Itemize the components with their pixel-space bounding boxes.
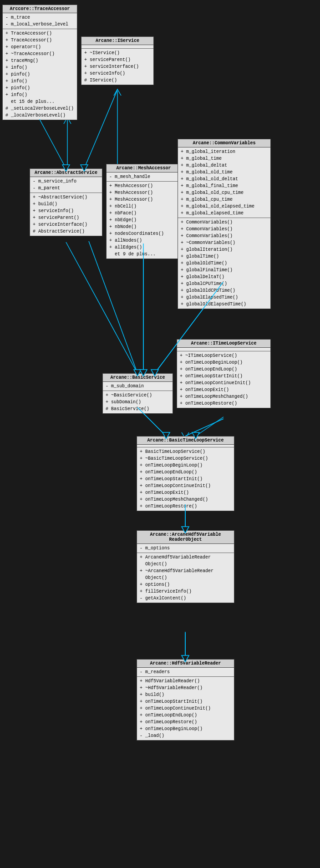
svg-line-5 <box>185 419 223 436</box>
arcane-hdf5-box: Arcane::ArcaneHdf5VariableReaderObject -… <box>137 530 234 603</box>
svg-line-13 <box>66 242 137 373</box>
common-variables-box: Arcane::CommonVariables + m_global_itera… <box>178 139 271 309</box>
hdf5-title: Arcane::Hdf5VariableReader <box>137 660 234 668</box>
iservice-title: Arcane::IService <box>81 37 153 45</box>
iservice-empty <box>81 45 153 49</box>
abstract-service-title: Arcane::AbstractService <box>30 169 102 177</box>
basic-service-box: Arcane::BasicService - m_sub_domain + ~B… <box>102 373 173 414</box>
mesh-accessor-title: Arcane::MeshAccessor <box>107 164 181 173</box>
svg-line-9 <box>40 119 66 168</box>
hdf5-fields: - m_readers <box>137 668 234 677</box>
svg-line-19 <box>196 417 223 436</box>
basic-service-fields: - m_sub_domain <box>103 382 173 391</box>
hdf5-methods: + Hdf5VariableReader() + ~Hdf5VariableRe… <box>137 677 234 740</box>
mesh-accessor-fields: - m_mesh_handle <box>107 173 181 182</box>
diagram-container: Arccore::TraceAccessor - m_trace - m_loc… <box>0 0 320 868</box>
basic-time-loop-service-box: Arcane::BasicTimeLoopService + BasicTime… <box>137 436 234 511</box>
iservice-box: Arcane::IService + ~IService() + service… <box>81 36 154 85</box>
trace-accessor-title: Arccore::TraceAccessor <box>3 5 77 13</box>
iservice-methods: + ~IService() + serviceParent() + servic… <box>81 49 153 85</box>
itime-loop-methods: + ~ITimeLoopService() + onTimeLoopBeginL… <box>177 351 270 408</box>
itime-loop-service-title: Arcane::ITimeLoopService <box>177 340 270 348</box>
mesh-accessor-box: Arcane::MeshAccessor - m_mesh_handle + M… <box>106 164 181 259</box>
basic-service-methods: + ~BasicService() + subDomain() # BasicS… <box>103 391 173 413</box>
trace-accessor-fields: - m_trace - m_local_verbose_level <box>3 13 77 29</box>
itime-loop-service-box: Arcane::ITimeLoopService + ~ITimeLoopSer… <box>177 339 271 408</box>
svg-line-11 <box>84 90 117 168</box>
arcane-hdf5-title: Arcane::ArcaneHdf5VariableReaderObject <box>137 531 234 544</box>
trace-accessor-box: Arccore::TraceAccessor - m_trace - m_loc… <box>2 5 77 120</box>
arcane-hdf5-fields: - m_options <box>137 544 234 553</box>
trace-accessor-methods: + TraceAccessor() + TraceAccessor() + op… <box>3 29 77 120</box>
abstract-service-methods: + ~AbstractService() + build() + service… <box>30 193 102 236</box>
basic-time-loop-service-title: Arcane::BasicTimeLoopService <box>137 437 234 445</box>
basic-service-title: Arcane::BasicService <box>103 374 173 382</box>
common-variables-fields: + m_global_iteration + m_global_time + m… <box>178 147 270 218</box>
abstract-service-fields: - m_service_info - m_parent <box>30 177 102 193</box>
common-variables-methods: + CommonVariables() + CommonVariables() … <box>178 218 270 309</box>
mesh-accessor-methods: + MeshAccessor() + MeshAccessor() + Mesh… <box>107 182 181 259</box>
arcane-hdf5-methods: + ArcaneHdf5VariableReader Object() + ~A… <box>137 553 234 603</box>
basic-tls-methods: + BasicTimeLoopService() + ~BasicTimeLoo… <box>137 447 234 511</box>
hdf5-variable-reader-box: Arcane::Hdf5VariableReader - m_readers +… <box>137 659 234 741</box>
abstract-service-box: Arcane::AbstractService - m_service_info… <box>30 168 102 236</box>
svg-line-2 <box>89 241 137 373</box>
itime-loop-empty <box>177 348 270 351</box>
common-variables-title: Arcane::CommonVariables <box>178 139 270 147</box>
